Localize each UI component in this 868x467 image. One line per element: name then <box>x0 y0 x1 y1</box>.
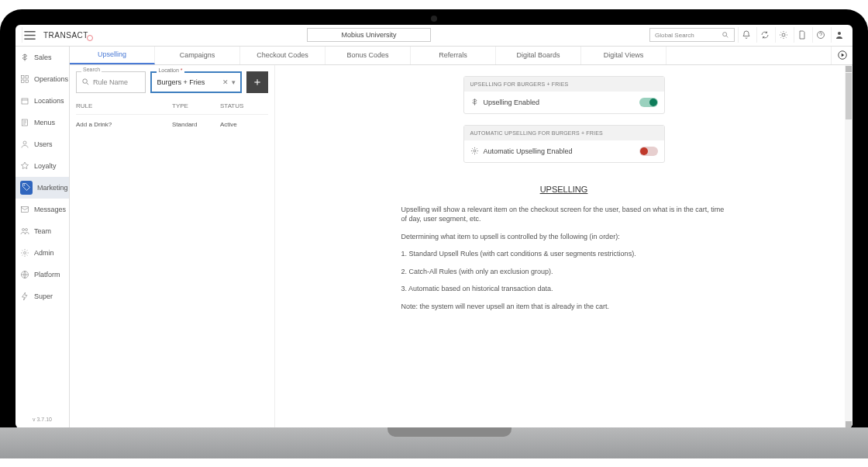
sidebar-item-label: Sales <box>34 54 52 61</box>
tag-icon <box>20 181 33 195</box>
svg-point-14 <box>26 228 28 230</box>
top-center: Mobius University <box>95 28 643 42</box>
svg-rect-4 <box>22 75 25 78</box>
svg-point-19 <box>474 150 476 152</box>
cell-status: Active <box>220 121 268 128</box>
sidebar-item-super[interactable]: Super <box>16 285 69 307</box>
sidebar-item-loyalty[interactable]: Loyalty <box>16 155 69 177</box>
document-icon[interactable] <box>794 27 809 43</box>
top-right: Global Search <box>649 27 846 43</box>
cell-rule: Add a Drink? <box>76 121 172 128</box>
tab-referrals[interactable]: Referrals <box>411 47 496 64</box>
info-area: UPSELLING Upselling will show a relevant… <box>401 185 727 312</box>
sidebar-item-users[interactable]: Users <box>16 133 69 155</box>
brand-logo: TRANSACT <box>43 31 88 40</box>
info-title: UPSELLING <box>401 185 727 194</box>
location-label: Location <box>157 67 184 73</box>
upselling-toggle[interactable] <box>639 98 658 107</box>
svg-rect-6 <box>22 80 25 83</box>
tab-upselling[interactable]: Upselling <box>70 47 155 64</box>
sidebar-item-label: Admin <box>34 249 54 257</box>
col-type: TYPE <box>172 102 220 109</box>
chevron-down-icon[interactable]: ▾ <box>232 78 236 86</box>
upselling-enabled-label: Upselling Enabled <box>484 99 540 106</box>
global-search[interactable]: Global Search <box>649 28 735 42</box>
svg-point-10 <box>23 141 26 144</box>
tab-digital-views[interactable]: Digital Views <box>581 47 666 64</box>
org-selector[interactable]: Mobius University <box>307 28 431 42</box>
sidebar-item-label: Messages <box>34 206 66 213</box>
info-p1: Upselling will show a relevant item on t… <box>401 205 727 224</box>
sidebar: Sales Operations Locations Menus Users L… <box>16 47 70 428</box>
help-icon[interactable] <box>812 27 828 43</box>
table-header: RULE TYPE STATUS <box>76 98 268 115</box>
laptop-frame: TRANSACT Mobius University Global Search <box>0 9 868 458</box>
auto-upselling-card-head: AUTOMATIC UPSELLING FOR BURGERS + FRIES <box>464 126 664 140</box>
sidebar-item-label: Platform <box>34 271 60 278</box>
user-icon[interactable] <box>831 27 846 43</box>
sidebar-item-operations[interactable]: Operations <box>16 68 69 90</box>
main-area: Upselling Campaigns Checkout Codes Bonus… <box>70 47 852 428</box>
topbar: TRANSACT Mobius University Global Search <box>16 25 852 47</box>
svg-point-13 <box>22 228 25 230</box>
col-status: STATUS <box>220 102 268 109</box>
upselling-card-head: UPSELLING FOR BURGERS + FRIES <box>464 77 664 92</box>
svg-point-18 <box>83 79 88 84</box>
menu-icon[interactable] <box>22 27 37 43</box>
theme-icon[interactable] <box>775 27 790 43</box>
right-pane: UPSELLING FOR BURGERS + FRIES Upselling … <box>275 65 852 428</box>
table-row[interactable]: Add a Drink? Standard Active <box>76 115 268 134</box>
scroll-up-icon[interactable] <box>846 66 852 72</box>
laptop-camera <box>431 16 437 22</box>
left-pane: Search Rule Name Location Burgers + Frie… <box>70 65 275 428</box>
col-rule: RULE <box>76 102 172 109</box>
sidebar-item-team[interactable]: Team <box>16 220 69 242</box>
svg-rect-8 <box>22 99 28 104</box>
svg-point-1 <box>782 33 785 36</box>
sidebar-item-label: Marketing <box>37 184 68 192</box>
add-rule-button[interactable]: ＋ <box>246 71 268 93</box>
sidebar-item-admin[interactable]: Admin <box>16 242 69 264</box>
info-p4: 2. Catch-All Rules (with only an exclusi… <box>401 267 727 277</box>
notifications-icon[interactable] <box>738 27 753 43</box>
tab-checkout-codes[interactable]: Checkout Codes <box>240 47 326 64</box>
search-label: Search <box>81 67 102 72</box>
upselling-card: UPSELLING FOR BURGERS + FRIES Upselling … <box>463 76 665 114</box>
location-value: Burgers + Fries <box>157 78 205 86</box>
auto-upselling-toggle[interactable] <box>639 147 658 156</box>
tab-bonus-codes[interactable]: Bonus Codes <box>326 47 411 64</box>
sidebar-item-menus[interactable]: Menus <box>16 112 69 133</box>
scrollbar[interactable] <box>845 65 852 428</box>
sidebar-item-sales[interactable]: Sales <box>16 47 69 68</box>
sidebar-item-locations[interactable]: Locations <box>16 90 69 112</box>
location-field-wrap: Location Burgers + Fries ✕ ▾ <box>150 71 242 93</box>
svg-rect-7 <box>26 80 29 83</box>
location-select[interactable]: Location Burgers + Fries ✕ ▾ <box>150 71 242 93</box>
search-placeholder: Rule Name <box>93 78 128 86</box>
svg-point-11 <box>24 184 26 185</box>
global-search-placeholder: Global Search <box>655 32 694 39</box>
sidebar-item-label: Loyalty <box>34 162 57 170</box>
sidebar-item-label: Menus <box>34 119 55 126</box>
clear-icon[interactable]: ✕ <box>222 78 229 86</box>
search-input[interactable]: Search Rule Name <box>76 71 146 93</box>
sidebar-item-messages[interactable]: Messages <box>16 199 69 220</box>
sync-icon[interactable] <box>756 27 772 43</box>
auto-upselling-card: AUTOMATIC UPSELLING FOR BURGERS + FRIES … <box>463 125 665 163</box>
gear-icon <box>470 147 479 155</box>
search-icon <box>81 78 90 86</box>
tab-digital-boards[interactable]: Digital Boards <box>496 47 581 64</box>
svg-point-0 <box>723 33 727 36</box>
info-p5: 3. Automatic based on historical transac… <box>401 284 727 294</box>
scrollbar-thumb[interactable] <box>846 73 852 119</box>
info-p3: 1. Standard Upsell Rules (with cart cond… <box>401 249 727 259</box>
tab-campaigns[interactable]: Campaigns <box>155 47 240 64</box>
scroll-down-icon[interactable] <box>846 421 852 427</box>
play-tutorial-button[interactable] <box>831 47 852 64</box>
cell-type: Standard <box>172 121 220 128</box>
sidebar-item-marketing[interactable]: Marketing <box>16 177 69 199</box>
sidebar-item-label: Users <box>34 140 53 148</box>
svg-point-15 <box>24 251 26 254</box>
info-p2: Determining what item to upsell is contr… <box>401 232 727 242</box>
sidebar-item-platform[interactable]: Platform <box>16 264 69 285</box>
